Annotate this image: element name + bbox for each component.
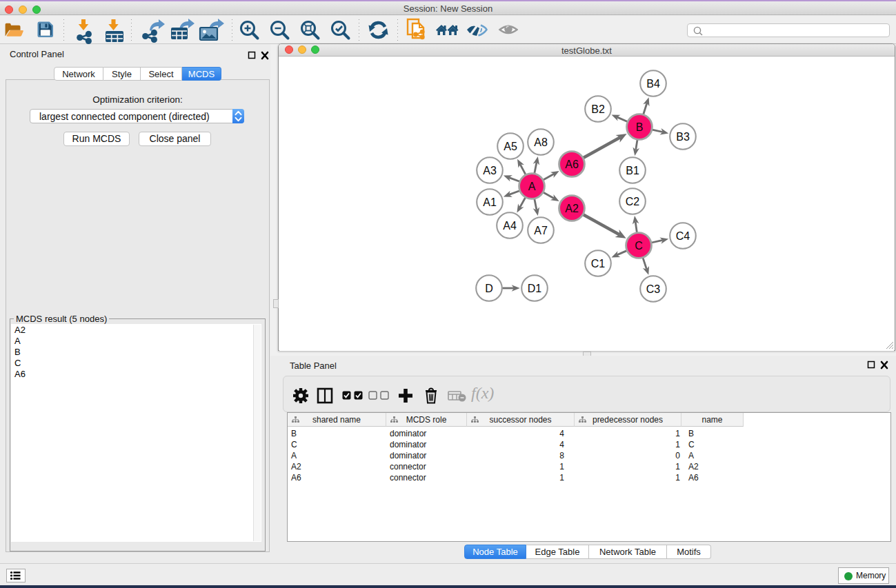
svg-text:A2: A2: [565, 203, 579, 214]
svg-text:D: D: [485, 283, 493, 294]
svg-text:A7: A7: [534, 225, 548, 236]
svg-text:A8: A8: [534, 136, 548, 148]
svg-text:A: A: [528, 181, 536, 192]
svg-text:B: B: [636, 121, 644, 133]
svg-text:B3: B3: [676, 131, 690, 143]
svg-text:C3: C3: [646, 283, 661, 295]
svg-text:A1: A1: [483, 196, 497, 208]
svg-text:C: C: [635, 240, 643, 252]
svg-text:B1: B1: [626, 165, 639, 176]
svg-text:C2: C2: [626, 196, 640, 207]
svg-text:A4: A4: [503, 220, 517, 232]
svg-text:A5: A5: [504, 141, 517, 152]
svg-text:A3: A3: [483, 165, 497, 176]
svg-text:C1: C1: [591, 258, 606, 270]
svg-text:B2: B2: [591, 103, 605, 115]
svg-text:C4: C4: [676, 230, 690, 242]
svg-text:D1: D1: [528, 283, 542, 294]
svg-text:A6: A6: [565, 159, 579, 170]
svg-text:B4: B4: [646, 78, 660, 90]
